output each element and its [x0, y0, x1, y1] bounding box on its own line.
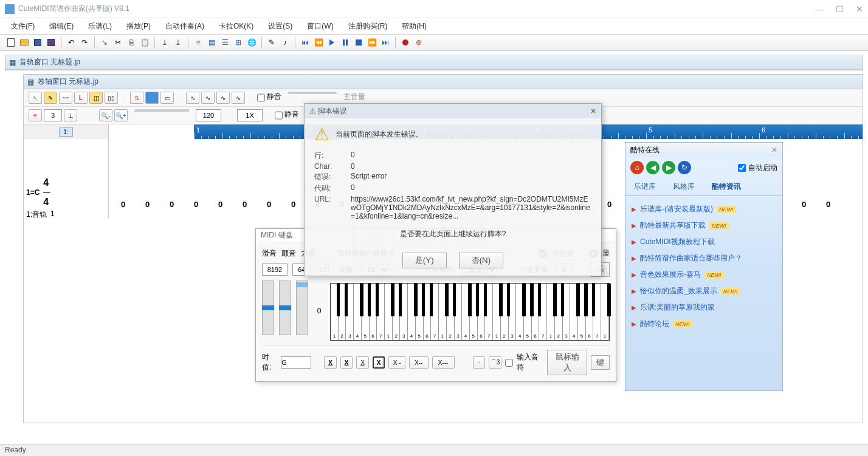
black-key[interactable]: [414, 284, 417, 316]
black-key[interactable]: [484, 284, 487, 316]
news-item[interactable]: ▶酷特论坛NEW!: [632, 316, 776, 332]
pencil-tool[interactable]: ✎: [44, 92, 57, 104]
erase-tool[interactable]: ◫: [89, 92, 103, 104]
pitch-input[interactable]: [262, 264, 288, 276]
region-tool[interactable]: ▭: [160, 92, 174, 104]
save-button[interactable]: [32, 36, 44, 49]
menu-edit[interactable]: 编辑(E): [43, 20, 80, 33]
globe-button[interactable]: 🌐: [246, 36, 258, 49]
menu-help[interactable]: 帮助(H): [396, 20, 433, 33]
zoomin-button[interactable]: 🔍+: [114, 109, 128, 121]
black-key[interactable]: [422, 284, 425, 316]
split-tool[interactable]: ▯▯: [105, 92, 118, 104]
rest-note[interactable]: 0: [291, 200, 295, 209]
menu-play[interactable]: 播放(P): [120, 20, 157, 33]
list-button[interactable]: ≡: [192, 36, 204, 49]
curve1-tool[interactable]: ∿: [186, 92, 199, 104]
dur-4[interactable]: X: [373, 356, 385, 369]
vel-slider[interactable]: [296, 281, 308, 335]
inputnote-checkbox[interactable]: [505, 359, 513, 367]
paste-button[interactable]: 📋: [139, 36, 151, 49]
arrow-button[interactable]: ↘: [98, 36, 111, 49]
tab-styles[interactable]: 风格库: [664, 178, 703, 196]
zoom-input[interactable]: [44, 109, 62, 121]
news-item[interactable]: ▶酷特简谱作曲家适合哪些用户？: [632, 250, 776, 267]
rest-note[interactable]: 0: [267, 200, 271, 209]
black-key[interactable]: [476, 284, 479, 316]
vib-slider[interactable]: [279, 281, 291, 335]
menu-score[interactable]: 乐谱(L): [82, 20, 118, 33]
news-item[interactable]: ▶恰似你的温柔_效果展示NEW!: [632, 283, 776, 299]
lines-button[interactable]: ☰: [219, 36, 231, 49]
black-key[interactable]: [507, 284, 510, 316]
play-button[interactable]: [326, 36, 338, 49]
cursor-tool[interactable]: ↖: [29, 92, 42, 104]
triplet-button[interactable]: ⌒3: [489, 356, 501, 369]
pen-button[interactable]: ✎: [266, 36, 278, 49]
black-key[interactable]: [391, 284, 394, 316]
nav-back-button[interactable]: ◀: [646, 161, 660, 174]
marker-button[interactable]: ⊕: [413, 36, 425, 49]
rest-note[interactable]: 0: [170, 200, 174, 209]
rest-note[interactable]: 0: [121, 200, 125, 209]
snap2-tool[interactable]: ⊥: [64, 109, 77, 121]
new-button[interactable]: [5, 36, 17, 49]
news-item[interactable]: ▶酷特最新共享版下载NEW!: [632, 217, 776, 234]
no-button[interactable]: 否(N): [459, 253, 504, 268]
dot-button[interactable]: ·: [473, 356, 485, 369]
dur-1[interactable]: X: [324, 356, 336, 369]
black-key[interactable]: [592, 284, 595, 316]
tempo-input[interactable]: [196, 109, 221, 121]
pause-button[interactable]: [339, 36, 351, 49]
menu-settings[interactable]: 设置(S): [262, 20, 298, 33]
black-key[interactable]: [522, 284, 525, 316]
dur-2[interactable]: X: [340, 356, 353, 369]
curve4-tool[interactable]: ∿: [232, 92, 245, 104]
black-key[interactable]: [499, 284, 502, 316]
rest-note[interactable]: 0: [194, 200, 198, 209]
yes-button[interactable]: 是(Y): [402, 253, 447, 268]
sort-tool[interactable]: ⇅: [130, 92, 143, 104]
mute2-checkbox[interactable]: [275, 109, 283, 121]
lyric-tool[interactable]: L: [74, 92, 88, 104]
black-key[interactable]: [399, 284, 402, 316]
mute1-checkbox[interactable]: [257, 92, 265, 104]
nav-refresh-button[interactable]: ↻: [678, 161, 691, 174]
zoom-slider[interactable]: [134, 109, 189, 112]
menu-karaoke[interactable]: 卡拉OK(K): [213, 20, 260, 33]
grid-button[interactable]: ⊞: [232, 36, 244, 49]
news-close-button[interactable]: ✕: [771, 146, 777, 154]
black-key[interactable]: [584, 284, 587, 316]
volume-slider[interactable]: [288, 92, 337, 94]
black-key[interactable]: [376, 284, 379, 316]
black-key[interactable]: [561, 284, 564, 316]
duration-input[interactable]: [281, 356, 311, 369]
piano-keyboard[interactable]: 123456712345671234567123456712345671: [330, 283, 610, 341]
note-button[interactable]: ♪: [279, 36, 291, 49]
close-button[interactable]: ✕: [856, 4, 863, 14]
track-indicator[interactable]: 1:: [59, 128, 72, 137]
copy-button[interactable]: ⎘: [125, 36, 137, 49]
open-button[interactable]: [18, 36, 30, 49]
black-key[interactable]: [337, 284, 340, 316]
rest-note[interactable]: 0: [243, 200, 247, 209]
end-button[interactable]: ⏭: [379, 36, 391, 49]
black-key[interactable]: [530, 284, 533, 316]
rest-note[interactable]: 0: [826, 200, 830, 209]
key-button[interactable]: 键: [591, 355, 610, 370]
dur-3[interactable]: X: [356, 356, 368, 369]
minimize-button[interactable]: —: [815, 4, 824, 14]
zoomout-button[interactable]: 🔍-: [99, 109, 112, 121]
rest-note[interactable]: 0: [145, 200, 150, 209]
news-item[interactable]: ▶音色效果展示-赛马NEW!: [632, 267, 776, 283]
rest-note[interactable]: 0: [607, 200, 611, 209]
dur-6[interactable]: X--: [409, 356, 428, 369]
mouseinput-button[interactable]: 鼠标输入: [547, 350, 587, 375]
import-button[interactable]: ⤓: [159, 36, 171, 49]
prev-button[interactable]: ⏪: [312, 36, 325, 49]
black-key[interactable]: [360, 284, 363, 316]
saveall-button[interactable]: [45, 36, 57, 49]
menu-window[interactable]: 窗口(W): [301, 20, 339, 33]
maximize-button[interactable]: ☐: [836, 4, 844, 14]
rewind-button[interactable]: ⏮: [299, 36, 311, 49]
